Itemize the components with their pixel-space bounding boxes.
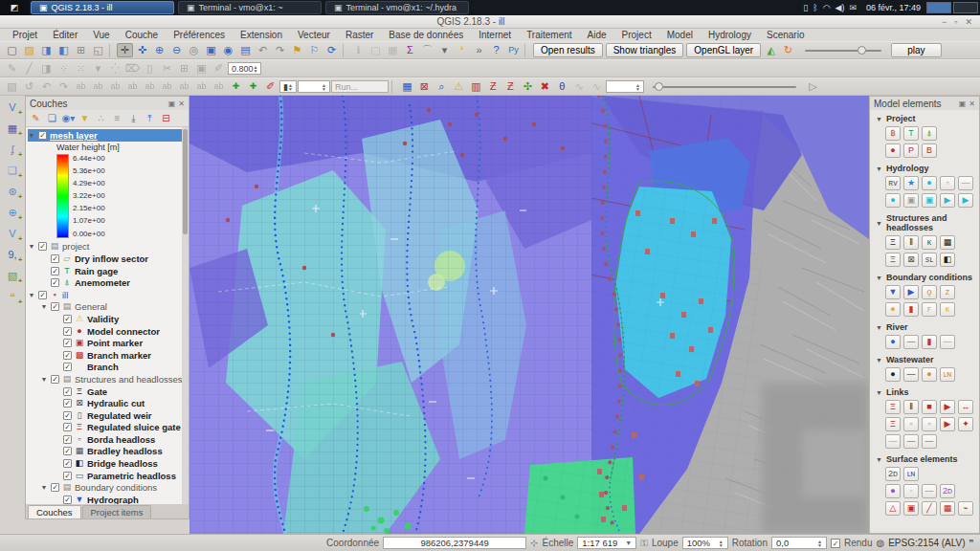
layer-checkbox[interactable]: ✓: [63, 387, 72, 396]
collapse-arrow-icon[interactable]: ▼: [876, 456, 882, 463]
minimize-button[interactable]: −: [942, 17, 947, 27]
zoom-native-icon[interactable]: ◎: [186, 43, 202, 57]
maximize-button[interactable]: ▫: [954, 17, 957, 27]
layer-item-validity[interactable]: ✓⚠Validity: [28, 313, 189, 325]
new-line-icon[interactable]: ✚: [245, 79, 261, 94]
current-edits-icon[interactable]: ✎: [4, 61, 20, 76]
zoom-out-icon[interactable]: ⊖: [168, 43, 185, 57]
routing-1-icon[interactable]: ▶: [940, 193, 955, 208]
layer-item-point-marker[interactable]: ✓▣Point marker: [28, 337, 189, 349]
add-spatialite-icon[interactable]: ❏+: [3, 163, 22, 179]
menu-projet[interactable]: Projet: [6, 30, 44, 40]
street-node-icon[interactable]: ●: [885, 484, 901, 498]
menu-base-de-donn-es[interactable]: Base de données: [382, 30, 470, 40]
collapse-arrow-icon[interactable]: ▼: [876, 275, 882, 281]
save-project-icon[interactable]: ◨: [38, 43, 55, 57]
label-4-icon[interactable]: ab: [124, 79, 141, 94]
open-results-button[interactable]: Open results: [533, 43, 603, 57]
label-8-icon[interactable]: ab: [193, 79, 210, 94]
copy-features-icon[interactable]: ⊞: [176, 61, 192, 76]
undo-icon[interactable]: ↶: [38, 79, 55, 94]
paste-features-icon[interactable]: ▣: [193, 61, 210, 76]
mesh-line-icon[interactable]: ╱: [922, 501, 937, 516]
qz-bc-tool-icon[interactable]: ǫ: [922, 285, 937, 299]
street-2d-icon[interactable]: 2ᴅ: [940, 484, 955, 498]
layer-item-bridge-headloss[interactable]: ✓◧Bridge headloss: [28, 457, 189, 470]
zt-bc-tool-icon[interactable]: ᴢ: [940, 285, 955, 299]
layer-checkbox[interactable]: ✓: [63, 472, 72, 480]
layer-item-rain-gage[interactable]: ✓TRain gage: [28, 265, 189, 277]
float-panel-icon[interactable]: ▣: [959, 99, 967, 108]
cyan-line-icon[interactable]: —: [958, 176, 973, 190]
river-node-icon[interactable]: ●: [885, 335, 901, 349]
bridge-tool-icon[interactable]: ◧: [940, 253, 955, 267]
layer-checkbox[interactable]: ✓: [63, 351, 72, 360]
collapse-arrow-icon[interactable]: ▼: [876, 389, 882, 396]
layer-item-model-connector[interactable]: ✓●Model connector: [28, 325, 189, 338]
layer-checkbox[interactable]: ✓: [51, 375, 59, 384]
rain-gage-tool-icon[interactable]: T: [903, 126, 919, 141]
collapse-all-icon[interactable]: ⤓: [126, 112, 141, 125]
layer-mesh-layer[interactable]: ▼✓ mesh layer: [28, 129, 189, 142]
mesh-tri-icon[interactable]: △: [885, 501, 901, 516]
zoom-selection-icon[interactable]: ◉: [220, 43, 236, 57]
simplify-icon[interactable]: ▧: [4, 79, 20, 94]
new-project-icon[interactable]: ▢: [4, 43, 20, 57]
headloss-k-icon[interactable]: ᴋ: [922, 235, 937, 250]
sum-stats-icon[interactable]: Σ: [402, 43, 418, 57]
search-table-icon[interactable]: ⌕: [434, 79, 450, 94]
rotate-icon[interactable]: ↺: [21, 79, 37, 94]
close-table-icon[interactable]: ⊠: [416, 79, 433, 94]
plugin-spinbox-2[interactable]: ▲▼: [298, 80, 330, 93]
menu-pr-f-rences[interactable]: Préférences: [167, 30, 232, 40]
link-arrows-icon[interactable]: ↔: [958, 400, 973, 414]
layer-checkbox[interactable]: ✓: [63, 459, 72, 468]
cyan-zone-icon[interactable]: ▣: [922, 193, 937, 208]
collapse-arrow-icon[interactable]: ▼: [876, 357, 882, 364]
select-features-icon[interactable]: ▢: [368, 43, 384, 57]
animation-slider[interactable]: [805, 50, 881, 52]
snapping-spinbox[interactable]: 0.800▲▼: [228, 62, 261, 75]
pan-to-selection-icon[interactable]: ✜: [134, 43, 150, 57]
layer-checkbox[interactable]: ✓: [51, 278, 59, 287]
table-blue-icon[interactable]: ▦: [399, 79, 415, 94]
zoom-next-icon[interactable]: ↷: [272, 43, 288, 57]
ww-manhole-icon[interactable]: ●: [922, 367, 937, 382]
add-wfs-icon[interactable]: V+: [3, 226, 22, 242]
street-cell-icon[interactable]: ▫: [903, 484, 919, 498]
ww-pipe-icon[interactable]: —: [903, 367, 919, 382]
layer-group-structures-and-headlosses[interactable]: ▼✓▤Structures and headlosses: [28, 373, 189, 386]
link-weir-icon[interactable]: ‖: [903, 400, 919, 414]
tab-couches[interactable]: Couches: [28, 505, 81, 518]
layer-group-project[interactable]: ▼✓▤project: [28, 241, 189, 253]
delete-selected-icon[interactable]: ⌦: [124, 61, 141, 76]
layer-checkbox[interactable]: ✓: [63, 315, 72, 323]
menu-vue[interactable]: Vue: [86, 30, 116, 40]
taskbar-window-1[interactable]: ▣Terminal - vmo@x1: ~: [178, 1, 322, 14]
refresh-icon[interactable]: ⟳: [323, 43, 340, 57]
layer-checkbox[interactable]: ✓: [63, 339, 72, 347]
profile-z1-icon[interactable]: Ƶ: [485, 79, 501, 94]
filter-legend-icon[interactable]: ▼: [78, 112, 92, 125]
graph-2-icon[interactable]: ∿: [589, 79, 605, 94]
add-oracle-icon[interactable]: 9,+: [3, 247, 22, 263]
layer-checkbox[interactable]: ✓: [63, 399, 72, 408]
river-section-icon[interactable]: ▮: [922, 335, 937, 349]
red-pencil-icon[interactable]: ✐: [262, 79, 278, 94]
graph-1-icon[interactable]: ∿: [571, 79, 588, 94]
layer-checkbox[interactable]: ✓: [63, 447, 72, 455]
menu-project[interactable]: Project: [615, 30, 658, 40]
filter-expression-icon[interactable]: ∴: [94, 112, 108, 125]
measure-arrow-icon[interactable]: ▾: [436, 43, 453, 57]
river-reach-icon[interactable]: —: [903, 335, 919, 349]
layer-checkbox[interactable]: ✓: [63, 411, 72, 420]
add-raster-layer-icon[interactable]: ▦+: [3, 121, 22, 137]
layer-item-dry-inflow-sector[interactable]: ✓▱Dry inflow sector: [28, 253, 189, 265]
menu-extension[interactable]: Extension: [234, 30, 289, 40]
menu-traitement[interactable]: Traitement: [520, 30, 578, 40]
workspace-2[interactable]: [953, 2, 978, 13]
froude-bc-icon[interactable]: ꜰ: [922, 302, 937, 317]
gate-tool-icon[interactable]: Ξ: [885, 235, 901, 250]
grey-cell-icon[interactable]: ▫: [940, 176, 955, 190]
remove-layer-icon[interactable]: ⊟: [159, 112, 173, 125]
